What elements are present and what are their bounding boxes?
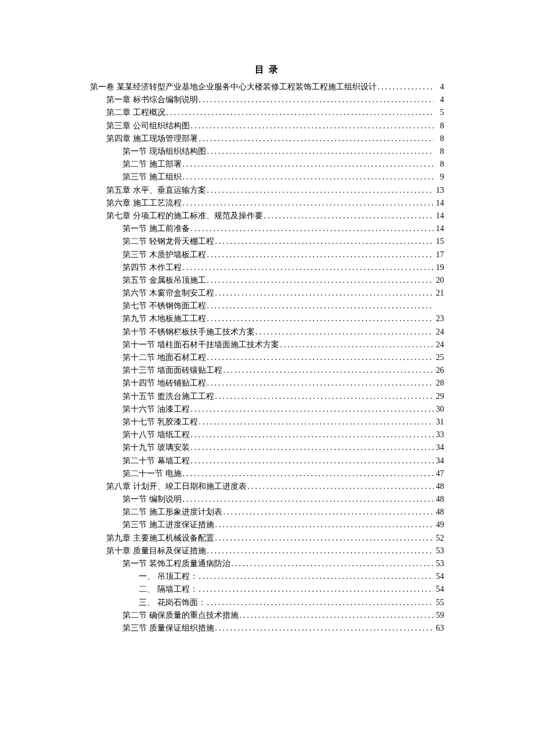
toc-entry-page: 48: [434, 495, 444, 503]
toc-entry-label: 第七节 不锈钢饰面工程: [122, 302, 206, 310]
toc-leader-dots: [198, 135, 434, 143]
toc-entry-label: 第二十节 幕墙工程: [122, 457, 190, 465]
toc-entry-page: 15: [434, 237, 444, 246]
toc-leader-dots: [222, 508, 434, 516]
toc-leader-dots: [198, 418, 434, 426]
toc-entry-label: 第一节 施工前准备: [122, 225, 190, 233]
toc-leader-dots: [182, 160, 434, 168]
toc-entry-page: 21: [434, 289, 444, 297]
toc-entry-label: 第一节 编制说明: [122, 495, 182, 503]
toc-leader-dots: [214, 624, 434, 632]
toc-entry: 第十八节 墙纸工程33: [90, 429, 444, 441]
toc-entry-label: 第二节 施工形象进度计划表: [122, 508, 222, 516]
toc-entry-page: 47: [434, 470, 444, 478]
toc-entry: 第三节 质量保证组织措施63: [90, 622, 444, 635]
toc-entry-page: 8: [434, 147, 444, 156]
toc-leader-dots: [263, 212, 434, 220]
toc-entry-label: 第十七节 乳胶漆工程: [122, 418, 198, 426]
toc-entry: 第十二节 地面石材工程25: [90, 351, 444, 364]
toc-entry: 第六节 木窗帘盒制安工程21: [90, 287, 444, 300]
toc-entry-label: 第二节 轻钢龙骨天棚工程: [122, 237, 214, 246]
toc-leader-dots: [190, 225, 434, 233]
toc-entry-page: 8: [434, 160, 444, 168]
toc-entry: 第八章 计划开、竣工日期和施工进度表48: [90, 480, 444, 493]
toc-entry: 第十九节 玻璃安装34: [90, 441, 444, 454]
toc-leader-dots: [214, 393, 434, 401]
toc-entry-label: 第二节 确保质量的重点技术措施: [122, 611, 239, 620]
toc-entry-label: 第十二节 地面石材工程: [122, 354, 206, 362]
toc-leader-dots: [206, 302, 434, 310]
toc-entry-page: 28: [434, 379, 444, 387]
toc-entry-label: 第十一节 墙柱面石材干挂墙面施工技术方案: [122, 341, 279, 349]
toc-entry-page: 4: [434, 83, 444, 91]
toc-entry: 一、 吊顶工程：54: [90, 570, 444, 583]
toc-entry-page: 59: [434, 611, 444, 620]
toc-entry: 第五节 金属板吊顶施工20: [90, 274, 444, 287]
toc-leader-dots: [230, 560, 434, 568]
toc-entry-label: 第二节 施工部署: [122, 160, 182, 168]
toc-entry-label: 第三节 施工进度保证措施: [122, 521, 214, 529]
toc-entry-page: 53: [434, 560, 444, 568]
toc-leader-dots: [206, 186, 434, 195]
toc-leader-dots: [165, 109, 434, 117]
toc-entry: 第十六节 油漆工程30: [90, 403, 444, 416]
toc-entry: 第十节 不锈钢栏板扶手施工技术方案24: [90, 326, 444, 339]
toc-entry-page: 5: [434, 109, 444, 117]
toc-entry: 第二十一节 电施47: [90, 467, 444, 480]
toc-leader-dots: [206, 251, 434, 259]
toc-leader-dots: [182, 495, 434, 503]
toc-entry-label: 第九章 主要施工机械设备配置: [106, 534, 214, 542]
toc-entry-page: 33: [434, 431, 444, 439]
toc-entry-page: 14: [434, 212, 444, 220]
toc-leader-dots: [190, 431, 434, 439]
toc-entry-label: 第十九节 玻璃安装: [122, 444, 190, 452]
toc-leader-dots: [206, 379, 434, 387]
toc-entry-label: 第六章 施工工艺流程: [106, 199, 182, 207]
toc-leader-dots: [214, 521, 434, 529]
toc-leader-dots: [206, 276, 434, 285]
toc-entry: 第二章 工程概况5: [90, 106, 444, 119]
toc-entry-label: 第三节 质量保证组织措施: [122, 624, 214, 632]
toc-leader-dots: [182, 470, 434, 478]
toc-entry: 三、 花岗石饰面：55: [90, 596, 444, 609]
toc-entry: 第五章 水平、垂直运输方案13: [90, 184, 444, 197]
toc-entry-label: 第一卷 某某经济转型产业基地企业服务中心大楼装修工程装饰工程施工组织设计: [90, 83, 377, 91]
toc-leader-dots: [206, 147, 434, 156]
toc-entry-label: 第九节 木地板施工工程: [122, 315, 206, 323]
toc-entry: 第一节 装饰工程质量通病防治53: [90, 557, 444, 570]
toc-entry: 第三节 施工组织9: [90, 171, 444, 183]
toc-entry: 第二十节 幕墙工程34: [90, 454, 444, 467]
toc-entry: 第一章 标书综合编制说明4: [90, 93, 444, 106]
toc-entry: 第四章 施工现场管理部署8: [90, 132, 444, 145]
toc-entry-label: 第十四节 地砖铺贴工程: [122, 379, 206, 387]
toc-leader-dots: [190, 405, 434, 413]
toc-entry-label: 第四节 木作工程: [122, 264, 182, 272]
toc-entry-label: 第三节 施工组织: [122, 173, 182, 181]
toc-entry-label: 第一节 装饰工程质量通病防治: [122, 560, 230, 568]
toc-leader-dots: [214, 237, 434, 246]
toc-entry: 第十三节 墙面面砖镶贴工程26: [90, 364, 444, 377]
toc-entry-label: 第十章 质量目标及保证措施: [106, 547, 206, 555]
toc-leader-dots: [190, 122, 434, 130]
toc-leader-dots: [239, 611, 434, 620]
toc-leader-dots: [198, 573, 434, 581]
toc-leader-dots: [198, 585, 434, 593]
toc-entry: 第三节 木质护墙板工程17: [90, 248, 444, 261]
toc-entry: 第七章 分项工程的施工标准、规范及操作要14: [90, 210, 444, 222]
toc-entry-label: 第十三节 墙面面砖镶贴工程: [122, 366, 222, 375]
toc-leader-dots: [247, 483, 434, 491]
toc-entry: 第一节 现场组织结构图8: [90, 145, 444, 158]
toc-entry-page: 29: [434, 393, 444, 401]
toc-leader-dots: [206, 354, 434, 362]
toc-entry-page: 34: [434, 444, 444, 452]
toc-entry-label: 第一章 标书综合编制说明: [106, 96, 198, 104]
toc-entry: 第十四节 地砖铺贴工程28: [90, 377, 444, 390]
toc-entry-label: 一、 吊顶工程：: [139, 573, 198, 581]
toc-entry-label: 第三章 公司组织结构图: [106, 122, 190, 130]
toc-leader-dots: [206, 315, 434, 323]
toc-entry-label: 第十节 不锈钢栏板扶手施工技术方案: [122, 328, 255, 336]
toc-entry: 第一卷 某某经济转型产业基地企业服务中心大楼装修工程装饰工程施工组织设计4: [90, 81, 444, 93]
toc-entry-page: 8: [434, 122, 444, 130]
toc-entry-page: 17: [434, 251, 444, 259]
toc-entry-page: 30: [434, 405, 444, 413]
